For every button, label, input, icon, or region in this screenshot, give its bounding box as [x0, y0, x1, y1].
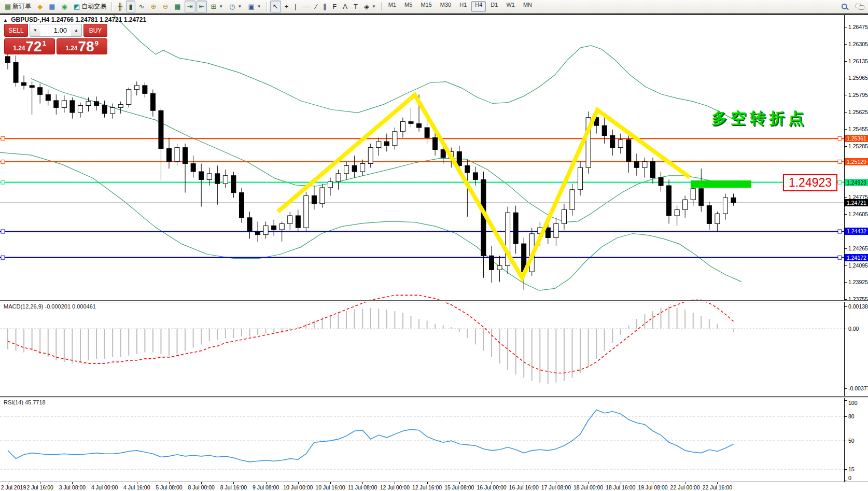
text-icon: A — [343, 3, 347, 10]
resistance-line-2-price-label: 1.25129 — [845, 158, 868, 165]
annotation-turning-point-text[interactable]: 多空转折点 — [711, 108, 807, 129]
rsi-axis-label: 15 — [848, 466, 855, 472]
current-price-label: 1.24721 — [845, 199, 868, 206]
one-click-trading-panel: SELL ▼ 1.00 ▲ BUY 1.24 72 1 1.24 78 9 — [4, 24, 107, 54]
chart-shift-button[interactable]: ⇤ — [197, 1, 207, 12]
price-tick — [845, 129, 847, 130]
crosshair-button[interactable]: + — [282, 1, 291, 12]
trendline-zigzag[interactable] — [278, 95, 690, 278]
buy-price-box[interactable]: 1.24 78 9 — [57, 38, 107, 54]
support-line-2-handle — [1, 256, 5, 259]
profile-button[interactable]: ◆ — [35, 1, 45, 12]
sell-price-prefix: 1.24 — [13, 45, 25, 52]
panel-separator-macd[interactable] — [0, 300, 868, 302]
templates-button[interactable]: ▣▼ — [246, 1, 264, 12]
timeframe-d1-button[interactable]: D1 — [487, 1, 501, 12]
price-tick-label: 1.25285 — [848, 143, 868, 149]
vertical-line-button[interactable]: | — [292, 1, 299, 12]
panel-separator-rsi[interactable] — [0, 396, 868, 398]
fibonacci-button[interactable]: F — [330, 1, 339, 12]
sell-button[interactable]: SELL — [4, 24, 28, 37]
chevron-down-icon: ▼ — [238, 4, 242, 9]
periods-button[interactable]: ◷▼ — [227, 1, 244, 12]
rsi-tick — [845, 400, 847, 401]
resistance-line-2-handle — [838, 160, 842, 163]
new-chart-button[interactable]: ⊞▼ — [208, 1, 226, 12]
signals-button[interactable]: ◉ — [59, 1, 70, 12]
trendline-button[interactable]: ∕ — [313, 1, 319, 12]
time-label: 9 Jul 08:00 — [253, 484, 279, 490]
chart-canvas[interactable] — [0, 0, 868, 491]
price-tick-label: 1.25965 — [848, 75, 868, 81]
tile-windows-icon: ▦ — [174, 3, 180, 10]
time-label: 15 Jul 08:00 — [444, 484, 474, 490]
toolbar-separator — [111, 2, 113, 11]
zoom-out-button[interactable]: ⊖ — [160, 1, 171, 12]
new-chart-icon: ⊞ — [211, 3, 216, 10]
search-icon[interactable] — [841, 3, 848, 10]
timeframe-m1-button[interactable]: M1 — [385, 1, 400, 12]
timeframe-m15-button[interactable]: M15 — [417, 1, 435, 12]
annotation-price-callout[interactable]: 1.24923 — [783, 174, 837, 191]
price-tick-label: 1.25625 — [848, 109, 868, 115]
resistance-line-2-handle — [1, 160, 5, 163]
sell-price-box[interactable]: 1.24 72 1 — [4, 38, 55, 54]
chat-icon[interactable] — [856, 4, 864, 10]
bar-chart-icon: ╫ — [118, 3, 122, 10]
equidistant-channel-button[interactable]: ∥ — [320, 1, 329, 12]
text-button[interactable]: A — [340, 1, 350, 12]
macd-axis-label: 0.00 — [848, 326, 859, 332]
line-chart-button[interactable]: ∿ — [136, 1, 147, 12]
time-label: 8 Jul 00:00 — [188, 484, 215, 490]
text-label-button[interactable]: T — [351, 1, 360, 12]
auto-scroll-button[interactable]: ⇥ — [185, 1, 195, 12]
time-label: 3 Jul 08:00 — [59, 484, 86, 490]
timeframe-h4-button[interactable]: H4 — [471, 1, 486, 12]
timeframe-mn-button[interactable]: MN — [520, 1, 536, 12]
timeframe-m5-button[interactable]: M5 — [401, 1, 416, 12]
text-label-icon: T — [354, 3, 358, 10]
tile-windows-button[interactable]: ▦ — [172, 1, 183, 12]
timeframe-m30-button[interactable]: M30 — [437, 1, 455, 12]
buy-price-pip: 9 — [95, 39, 99, 47]
volume-down-button[interactable]: ▼ — [30, 24, 40, 36]
signal-icon: ◉ — [62, 3, 67, 10]
autotrade-button[interactable]: ◩自动交易 — [71, 1, 109, 12]
support-line-1-handle — [838, 230, 842, 233]
macd-tick — [845, 388, 847, 389]
bar-chart-button[interactable]: ╫ — [115, 1, 125, 12]
vertical-line-icon: | — [295, 3, 296, 10]
main-toolbar: ▤新订单◆▦◉◩自动交易 ╫▮∿⊕⊖▦⇥⇤⊞▼◷▼▣▼ ↖+|—∕∥FAT◈▼ … — [0, 0, 868, 13]
fibonacci-icon: F — [332, 3, 337, 10]
price-tick — [845, 95, 847, 95]
timeframe-w1-button[interactable]: W1 — [502, 1, 519, 12]
candlestick-chart-button[interactable]: ▮ — [126, 1, 135, 12]
rsi-panel — [0, 410, 844, 469]
sell-price-pip: 1 — [43, 39, 46, 47]
horizontal-line-button[interactable]: — — [300, 1, 312, 12]
toolbar-group-objects: ↖+|—∕∥FAT◈▼ — [270, 0, 379, 13]
shapes-button[interactable]: ◈▼ — [361, 1, 379, 12]
volume-input[interactable]: 1.00 — [40, 24, 71, 36]
highlight-rectangle[interactable] — [691, 180, 751, 188]
volume-up-button[interactable]: ▲ — [71, 24, 81, 36]
time-label: 4 Jul 00:00 — [91, 484, 118, 490]
price-tick-label: 1.24605 — [848, 211, 868, 217]
resistance-line-1-price-label: 1.25361 — [845, 135, 868, 142]
cursor-button[interactable]: ↖ — [270, 1, 281, 12]
zoom-in-icon: ⊕ — [151, 3, 157, 10]
cursor-icon: ↖ — [273, 3, 278, 10]
time-axis: 2 Jul 20192 Jul 16:003 Jul 08:004 Jul 00… — [0, 482, 868, 491]
support-line-2-handle — [838, 256, 842, 259]
new-order-icon: ▤ — [5, 3, 11, 10]
timeframe-h1-button[interactable]: H1 — [456, 1, 470, 12]
buy-button[interactable]: BUY — [83, 24, 107, 37]
line-chart-icon: ∿ — [139, 3, 145, 10]
market-watch-button[interactable]: ▦ — [46, 1, 58, 12]
time-label: 16 Jul 00:00 — [477, 484, 506, 490]
zoom-in-button[interactable]: ⊕ — [148, 1, 159, 12]
symbol-name: GBPUSD-,H4 — [11, 16, 49, 23]
new-order-button[interactable]: ▤新订单 — [2, 1, 34, 12]
horizontal-lines[interactable] — [0, 137, 844, 260]
macd-axis-label: -0.003771 — [848, 385, 868, 391]
